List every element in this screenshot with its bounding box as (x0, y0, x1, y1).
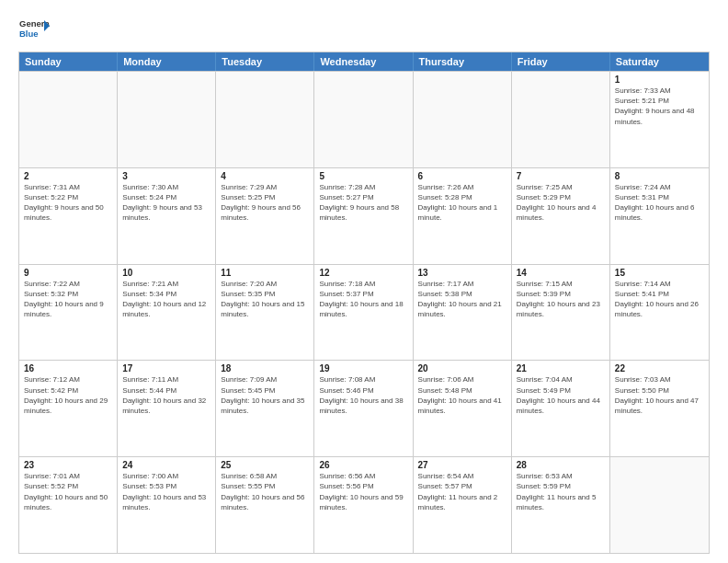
calendar-cell: 16Sunrise: 7:12 AM Sunset: 5:42 PM Dayli… (19, 361, 118, 456)
day-number: 8 (615, 171, 704, 181)
day-info: Sunrise: 7:21 AM Sunset: 5:34 PM Dayligh… (122, 279, 210, 320)
day-info: Sunrise: 7:29 AM Sunset: 5:25 PM Dayligh… (221, 182, 309, 224)
calendar-cell: 12Sunrise: 7:18 AM Sunset: 5:37 PM Dayli… (314, 265, 413, 361)
calendar-cell: 17Sunrise: 7:11 AM Sunset: 5:44 PM Dayli… (118, 361, 216, 456)
calendar-cell: 23Sunrise: 7:01 AM Sunset: 5:52 PM Dayli… (19, 457, 118, 553)
day-number: 7 (517, 171, 605, 181)
day-number: 5 (319, 171, 407, 181)
day-info: Sunrise: 6:53 AM Sunset: 5:59 PM Dayligh… (517, 471, 605, 512)
calendar-cell: 26Sunrise: 6:56 AM Sunset: 5:56 PM Dayli… (314, 457, 413, 553)
day-info: Sunrise: 7:00 AM Sunset: 5:53 PM Dayligh… (122, 471, 210, 512)
day-info: Sunrise: 7:17 AM Sunset: 5:38 PM Dayligh… (418, 279, 506, 320)
calendar-cell: 8Sunrise: 7:24 AM Sunset: 5:31 PM Daylig… (610, 168, 709, 264)
day-number: 10 (122, 268, 210, 278)
page-header: General Blue (18, 15, 710, 46)
calendar-cell (512, 72, 610, 167)
calendar-cell: 6Sunrise: 7:26 AM Sunset: 5:28 PM Daylig… (414, 168, 512, 264)
day-number: 26 (319, 460, 407, 470)
day-number: 13 (418, 268, 506, 278)
day-number: 14 (517, 268, 605, 278)
day-number: 9 (24, 268, 112, 278)
day-number: 17 (122, 363, 210, 373)
weekday-header: Wednesday (314, 52, 413, 71)
day-info: Sunrise: 7:06 AM Sunset: 5:48 PM Dayligh… (418, 374, 506, 416)
calendar-cell: 2Sunrise: 7:31 AM Sunset: 5:22 PM Daylig… (19, 168, 118, 264)
calendar-cell: 27Sunrise: 6:54 AM Sunset: 5:57 PM Dayli… (414, 457, 512, 553)
calendar-week: 23Sunrise: 7:01 AM Sunset: 5:52 PM Dayli… (19, 456, 709, 553)
weekday-header: Saturday (610, 52, 709, 71)
day-number: 18 (221, 363, 309, 373)
day-info: Sunrise: 7:25 AM Sunset: 5:29 PM Dayligh… (517, 182, 605, 224)
calendar-cell: 24Sunrise: 7:00 AM Sunset: 5:53 PM Dayli… (118, 457, 216, 553)
day-info: Sunrise: 7:20 AM Sunset: 5:35 PM Dayligh… (221, 279, 309, 320)
calendar-cell: 15Sunrise: 7:14 AM Sunset: 5:41 PM Dayli… (610, 265, 709, 361)
day-number: 11 (221, 268, 309, 278)
day-info: Sunrise: 7:03 AM Sunset: 5:50 PM Dayligh… (615, 374, 704, 416)
day-number: 19 (319, 363, 407, 373)
day-number: 20 (418, 363, 506, 373)
day-number: 3 (122, 171, 210, 181)
calendar-cell: 13Sunrise: 7:17 AM Sunset: 5:38 PM Dayli… (414, 265, 512, 361)
weekday-header: Sunday (19, 52, 118, 71)
weekday-header: Tuesday (216, 52, 314, 71)
calendar-cell: 19Sunrise: 7:08 AM Sunset: 5:46 PM Dayli… (314, 361, 413, 456)
calendar-week: 16Sunrise: 7:12 AM Sunset: 5:42 PM Dayli… (19, 360, 709, 456)
calendar-cell (216, 72, 314, 167)
day-number: 6 (418, 171, 506, 181)
day-info: Sunrise: 7:12 AM Sunset: 5:42 PM Dayligh… (24, 374, 112, 416)
calendar-cell: 1Sunrise: 7:33 AM Sunset: 5:21 PM Daylig… (610, 72, 709, 167)
day-number: 24 (122, 460, 210, 470)
calendar-week: 2Sunrise: 7:31 AM Sunset: 5:22 PM Daylig… (19, 167, 709, 264)
day-number: 21 (517, 363, 605, 373)
calendar-cell: 10Sunrise: 7:21 AM Sunset: 5:34 PM Dayli… (118, 265, 216, 361)
day-number: 25 (221, 460, 309, 470)
day-number: 4 (221, 171, 309, 181)
day-info: Sunrise: 7:08 AM Sunset: 5:46 PM Dayligh… (319, 374, 407, 416)
day-number: 23 (24, 460, 112, 470)
calendar-cell: 11Sunrise: 7:20 AM Sunset: 5:35 PM Dayli… (216, 265, 314, 361)
day-info: Sunrise: 7:18 AM Sunset: 5:37 PM Dayligh… (319, 279, 407, 320)
day-number: 1 (615, 75, 704, 85)
svg-text:Blue: Blue (19, 29, 39, 39)
calendar-cell: 5Sunrise: 7:28 AM Sunset: 5:27 PM Daylig… (314, 168, 413, 264)
day-info: Sunrise: 7:01 AM Sunset: 5:52 PM Dayligh… (24, 471, 112, 512)
calendar-cell: 28Sunrise: 6:53 AM Sunset: 5:59 PM Dayli… (512, 457, 610, 553)
calendar-cell: 25Sunrise: 6:58 AM Sunset: 5:55 PM Dayli… (216, 457, 314, 553)
day-info: Sunrise: 7:26 AM Sunset: 5:28 PM Dayligh… (418, 182, 506, 224)
day-info: Sunrise: 7:33 AM Sunset: 5:21 PM Dayligh… (615, 86, 704, 127)
calendar-week: 1Sunrise: 7:33 AM Sunset: 5:21 PM Daylig… (19, 71, 709, 167)
calendar: SundayMondayTuesdayWednesdayThursdayFrid… (18, 52, 710, 554)
day-number: 28 (517, 460, 605, 470)
calendar-header: SundayMondayTuesdayWednesdayThursdayFrid… (19, 52, 709, 71)
day-info: Sunrise: 6:54 AM Sunset: 5:57 PM Dayligh… (418, 471, 506, 512)
calendar-cell: 18Sunrise: 7:09 AM Sunset: 5:45 PM Dayli… (216, 361, 314, 456)
calendar-cell (19, 72, 118, 167)
calendar-cell: 3Sunrise: 7:30 AM Sunset: 5:24 PM Daylig… (118, 168, 216, 264)
calendar-cell (610, 457, 709, 553)
calendar-cell: 20Sunrise: 7:06 AM Sunset: 5:48 PM Dayli… (414, 361, 512, 456)
day-info: Sunrise: 7:14 AM Sunset: 5:41 PM Dayligh… (615, 279, 704, 320)
weekday-header: Monday (118, 52, 216, 71)
day-info: Sunrise: 7:30 AM Sunset: 5:24 PM Dayligh… (122, 182, 210, 224)
day-info: Sunrise: 6:56 AM Sunset: 5:56 PM Dayligh… (319, 471, 407, 512)
calendar-body: 1Sunrise: 7:33 AM Sunset: 5:21 PM Daylig… (19, 71, 709, 553)
day-info: Sunrise: 7:28 AM Sunset: 5:27 PM Dayligh… (319, 182, 407, 224)
calendar-cell: 22Sunrise: 7:03 AM Sunset: 5:50 PM Dayli… (610, 361, 709, 456)
day-number: 2 (24, 171, 112, 181)
logo-svg: General Blue (18, 15, 50, 46)
day-info: Sunrise: 7:04 AM Sunset: 5:49 PM Dayligh… (517, 374, 605, 416)
calendar-cell: 21Sunrise: 7:04 AM Sunset: 5:49 PM Dayli… (512, 361, 610, 456)
calendar-cell (314, 72, 413, 167)
day-info: Sunrise: 7:15 AM Sunset: 5:39 PM Dayligh… (517, 279, 605, 320)
calendar-cell: 4Sunrise: 7:29 AM Sunset: 5:25 PM Daylig… (216, 168, 314, 264)
day-info: Sunrise: 7:11 AM Sunset: 5:44 PM Dayligh… (122, 374, 210, 416)
day-number: 16 (24, 363, 112, 373)
day-info: Sunrise: 7:22 AM Sunset: 5:32 PM Dayligh… (24, 279, 112, 320)
calendar-cell: 14Sunrise: 7:15 AM Sunset: 5:39 PM Dayli… (512, 265, 610, 361)
day-number: 15 (615, 268, 704, 278)
calendar-cell: 7Sunrise: 7:25 AM Sunset: 5:29 PM Daylig… (512, 168, 610, 264)
day-number: 12 (319, 268, 407, 278)
day-info: Sunrise: 7:31 AM Sunset: 5:22 PM Dayligh… (24, 182, 112, 224)
calendar-cell: 9Sunrise: 7:22 AM Sunset: 5:32 PM Daylig… (19, 265, 118, 361)
day-info: Sunrise: 6:58 AM Sunset: 5:55 PM Dayligh… (221, 471, 309, 512)
